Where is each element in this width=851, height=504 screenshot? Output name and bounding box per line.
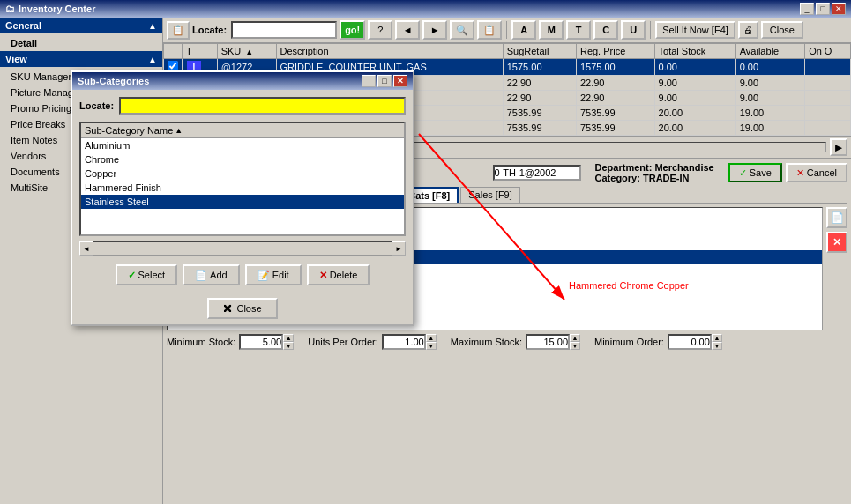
delete-x-icon: ✕: [319, 270, 327, 281]
dialog-locate-label: Locate:: [79, 100, 114, 111]
hscroll-track[interactable]: [93, 241, 392, 256]
dialog-close-button[interactable]: 🗙 Close: [207, 298, 277, 319]
dialog-locate-row: Locate:: [79, 97, 406, 115]
sort-arrow-icon: ▲: [175, 126, 183, 135]
dialog-close-x-button[interactable]: ✕: [393, 75, 407, 87]
dialog-body: Locate: Sub-Category Name ▲ Aluminium Ch…: [72, 90, 413, 293]
dialog-list-header[interactable]: Sub-Category Name ▲: [81, 123, 404, 138]
subcategories-dialog: Sub-Categories _ □ ✕ Locate: Sub-Categor…: [71, 70, 414, 326]
dialog-minimize-button[interactable]: _: [362, 75, 376, 87]
svg-text:Hammered Chrome Copper: Hammered Chrome Copper: [569, 280, 689, 291]
add-label: Add: [210, 270, 228, 280]
edit-doc-icon: 📝: [258, 270, 270, 281]
dialog-list-item-chrome[interactable]: Chrome: [81, 152, 404, 167]
dialog-overlay: Sub-Categories _ □ ✕ Locate: Sub-Categor…: [0, 0, 851, 504]
dialog-add-button[interactable]: 📄 Add: [183, 264, 240, 285]
dialog-select-button[interactable]: ✓ Select: [116, 264, 178, 285]
edit-label: Edit: [272, 270, 289, 280]
dialog-maximize-button[interactable]: □: [377, 75, 392, 87]
dialog-list-header-label: Sub-Category Name: [85, 125, 173, 136]
dialog-actions: ✓ Select 📄 Add 📝 Edit ✕ Delete: [79, 261, 406, 285]
dialog-list-item-stainless-steel[interactable]: Stainless Steel: [81, 195, 404, 209]
svg-line-1: [419, 134, 564, 300]
dialog-edit-button[interactable]: 📝 Edit: [245, 264, 302, 285]
dialog-footer: 🗙 Close: [72, 293, 413, 324]
add-doc-icon: 📄: [195, 270, 207, 281]
dialog-title-controls: _ □ ✕: [362, 75, 407, 87]
dialog-title-label: Sub-Categories: [78, 76, 149, 86]
scroll-left-button[interactable]: ◄: [79, 241, 93, 256]
dialog-list-container: Sub-Category Name ▲ Aluminium Chrome Cop…: [79, 122, 406, 236]
delete-label: Delete: [330, 270, 358, 280]
dialog-list-item-aluminium[interactable]: Aluminium: [81, 138, 404, 152]
close-icon: 🗙: [223, 303, 233, 314]
dialog-list-item-hammered-finish[interactable]: Hammered Finish: [81, 181, 404, 195]
dialog-delete-button[interactable]: ✕ Delete: [307, 264, 370, 285]
dialog-scrollbar-row: ◄ ►: [79, 241, 406, 256]
dialog-list-item-copper[interactable]: Copper: [81, 167, 404, 181]
scroll-right-button[interactable]: ►: [392, 241, 406, 256]
dialog-title-bar: Sub-Categories _ □ ✕: [72, 72, 413, 90]
close-label: Close: [236, 303, 261, 314]
select-check-icon: ✓: [128, 270, 136, 281]
select-label: Select: [138, 270, 166, 280]
dialog-locate-input[interactable]: [119, 97, 406, 115]
